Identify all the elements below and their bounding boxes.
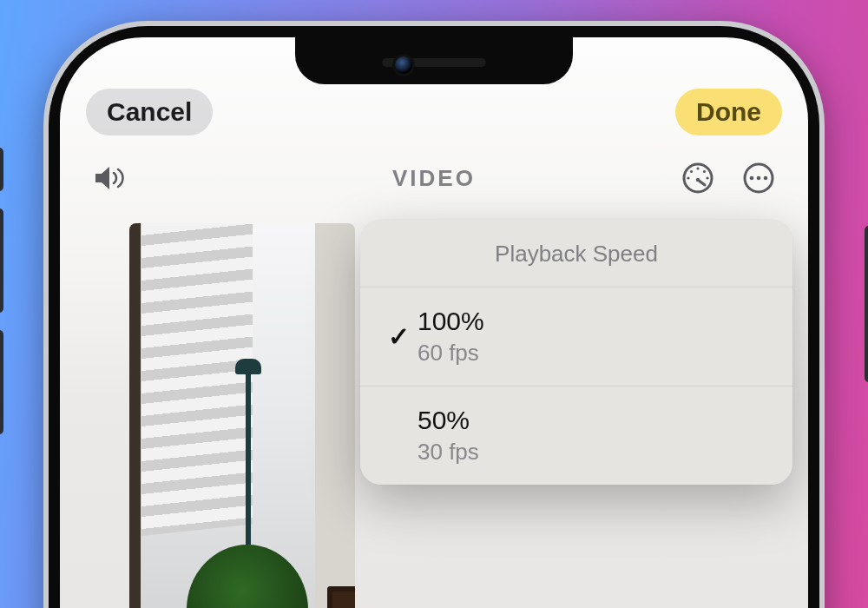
video-preview[interactable] [129,223,355,608]
notch [295,37,573,84]
done-button[interactable]: Done [675,89,782,135]
speed-option-50[interactable]: 50% 30 fps [360,386,792,485]
menu-title: Playback Speed [360,220,792,287]
checkmark-icon: ✓ [379,321,418,352]
device-frame: Cancel Done VIDEO [43,21,825,608]
screen: Cancel Done VIDEO [60,37,808,608]
cancel-button[interactable]: Cancel [86,89,213,135]
option-secondary: 30 fps [418,439,479,466]
toolbar-title: VIDEO [89,165,779,192]
option-primary: 100% [418,307,484,336]
silence-switch [0,148,3,191]
power-button [865,226,868,382]
wallpaper: Cancel Done VIDEO [0,0,868,608]
speed-option-100[interactable]: ✓ 100% 60 fps [360,287,792,386]
front-camera [395,56,412,74]
volume-down-button [0,330,3,434]
playback-speed-menu: Playback Speed ✓ 100% 60 fps 50% 30 fps [360,220,792,485]
volume-up-button [0,208,3,313]
option-primary: 50% [418,406,479,435]
toolbar: VIDEO [89,152,779,204]
option-secondary: 60 fps [418,340,484,367]
navbar: Cancel Done [86,83,782,142]
